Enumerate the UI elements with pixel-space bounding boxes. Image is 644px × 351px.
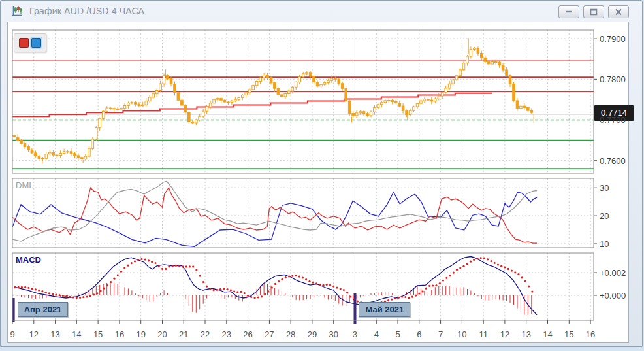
chart-client-area xyxy=(7,22,629,343)
maximize-button[interactable] xyxy=(583,5,604,18)
candlestick-chart-icon xyxy=(11,5,24,18)
series-legend xyxy=(14,33,46,52)
window-controls xyxy=(558,5,629,18)
close-icon xyxy=(615,8,622,16)
maximize-icon xyxy=(590,8,598,16)
chart-window: График AUD /USD 4 ЧАСА DMI MACD Апр 2021… xyxy=(0,0,643,347)
close-button[interactable] xyxy=(608,5,629,18)
desktop-area: График AUD /USD 4 ЧАСА DMI MACD Апр 2021… xyxy=(0,0,644,351)
window-titlebar[interactable]: График AUD /USD 4 ЧАСА xyxy=(1,1,642,21)
minimize-button[interactable] xyxy=(558,5,579,18)
window-title: График AUD /USD 4 ЧАСА xyxy=(29,6,144,16)
red-series-button[interactable] xyxy=(19,38,29,48)
minimize-icon xyxy=(564,8,573,15)
blue-series-button[interactable] xyxy=(31,38,41,48)
